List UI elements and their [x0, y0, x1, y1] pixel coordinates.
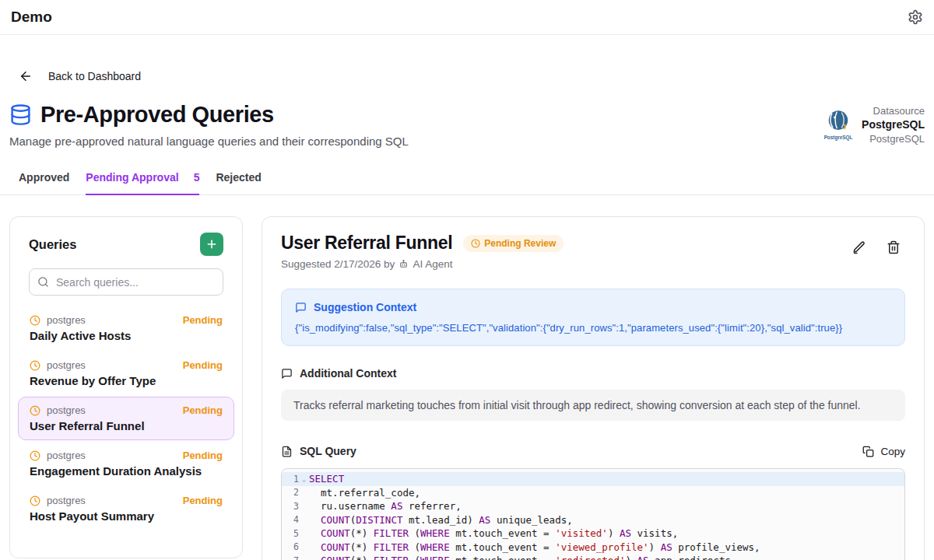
- search-icon: [37, 276, 49, 288]
- page-title: Pre-Approved Queries: [40, 102, 274, 128]
- suggestion-context-title: Suggestion Context: [314, 301, 416, 313]
- page: Back to Dashboard Pre-Approved Queries M…: [0, 69, 934, 560]
- sql-code-line: 7 COUNT(*) FILTER (WHERE mt.touch_event …: [282, 554, 904, 560]
- tab-bar: ApprovedPending Approval5Rejected: [0, 168, 934, 195]
- database-icon: [9, 103, 32, 126]
- status-badge: Pending: [183, 450, 223, 461]
- sql-query-title: SQL Query: [300, 445, 356, 457]
- line-number: 1: [282, 474, 299, 485]
- query-list-item[interactable]: postgresPendingEngagement Duration Analy…: [18, 442, 234, 485]
- datasource-name: PostgreSQL: [862, 117, 925, 131]
- edit-pencil-icon[interactable]: [852, 240, 866, 254]
- query-item-title: Host Payout Summary: [30, 509, 223, 523]
- query-source: postgres: [47, 495, 177, 506]
- postgresql-logo: PostgreSQL: [823, 108, 854, 142]
- suggested-by-line: Suggested 2/17/2026 by AI Agent: [281, 258, 852, 270]
- query-source: postgres: [47, 404, 177, 416]
- sql-code-line: 3 ru.username AS referrer,: [282, 499, 904, 513]
- suggestion-context-box: Suggestion Context {"is_modifying":false…: [281, 289, 905, 346]
- sql-code-line: 2 mt.referral_code,: [282, 486, 904, 500]
- svg-text:PostgreSQL: PostgreSQL: [824, 135, 853, 141]
- query-title: User Referral Funnel: [281, 233, 452, 254]
- copy-button[interactable]: Copy: [862, 446, 905, 457]
- query-source: postgres: [47, 359, 177, 371]
- query-source: postgres: [47, 314, 177, 326]
- add-query-button[interactable]: [200, 233, 223, 256]
- additional-context-text: Tracks referral marketing touches from i…: [281, 390, 905, 421]
- tab-count-badge: 5: [194, 171, 200, 184]
- line-number: 6: [282, 541, 299, 552]
- clock-icon: [30, 315, 40, 326]
- pending-review-badge: Pending Review: [463, 235, 564, 252]
- page-subtitle: Manage pre-approved natural language que…: [9, 135, 823, 148]
- copy-icon: [862, 446, 874, 457]
- query-item-title: User Referral Funnel: [30, 419, 223, 432]
- status-badge: Pending: [183, 314, 223, 326]
- settings-gear-icon[interactable]: [908, 9, 923, 25]
- back-link-label: Back to Dashboard: [48, 70, 141, 82]
- status-badge: Pending: [183, 404, 223, 416]
- robot-icon: [399, 259, 409, 269]
- clock-icon: [30, 405, 40, 416]
- query-list-item[interactable]: postgresPendingHost Payout Summary: [18, 487, 234, 530]
- query-list-item[interactable]: postgresPendingUser Referral Funnel: [18, 397, 234, 440]
- query-list-item[interactable]: postgresPendingDaily Active Hosts: [18, 306, 234, 350]
- line-number: 5: [282, 528, 299, 539]
- status-badge: Pending: [183, 359, 223, 371]
- message-bubble-icon: [295, 302, 307, 313]
- tab-rejected[interactable]: Rejected: [216, 168, 261, 195]
- queries-panel-title: Queries: [29, 237, 76, 252]
- datasource-info: PostgreSQL Datasource PostgreSQL Postgre…: [823, 104, 925, 145]
- message-bubble-icon: [281, 368, 293, 380]
- clock-icon: [30, 450, 40, 461]
- line-number: 4: [282, 514, 299, 525]
- sql-code-line: 1⌄SELECT: [282, 472, 904, 486]
- back-link[interactable]: Back to Dashboard: [9, 69, 141, 83]
- suggestion-context-json: {"is_modifying":false,"sql_type":"SELECT…: [295, 322, 891, 334]
- back-arrow-icon: [19, 69, 33, 83]
- query-source: postgres: [47, 450, 177, 461]
- app-root: Demo Back to Dashboard Pre-Approved Quer…: [0, 0, 934, 560]
- additional-context-title: Additional Context: [300, 367, 396, 380]
- tab-approved[interactable]: Approved: [19, 168, 69, 195]
- delete-trash-icon[interactable]: [887, 240, 901, 254]
- datasource-type: PostgreSQL: [862, 132, 925, 145]
- tab-pending-approval[interactable]: Pending Approval5: [86, 168, 199, 195]
- sql-code-line: 6 COUNT(*) FILTER (WHERE mt.touch_event …: [282, 541, 904, 555]
- query-item-title: Engagement Duration Analysis: [30, 464, 223, 478]
- clock-icon: [471, 239, 480, 248]
- search-queries-input[interactable]: [29, 268, 223, 296]
- line-number: 7: [282, 555, 299, 560]
- app-title: Demo: [11, 9, 52, 26]
- file-text-icon: [281, 446, 293, 457]
- sql-code-line: 5 COUNT(*) FILTER (WHERE mt.touch_event …: [282, 527, 904, 541]
- line-number: 3: [282, 501, 299, 512]
- queries-panel: Queries postgresPendingDaily Active Host…: [9, 216, 243, 558]
- page-header: Pre-Approved Queries Manage pre-approved…: [9, 102, 925, 148]
- query-detail-panel: User Referral Funnel Pending Review Sugg…: [262, 216, 925, 560]
- query-list: postgresPendingDaily Active Hostspostgre…: [18, 306, 234, 530]
- content-area: Queries postgresPendingDaily Active Host…: [9, 216, 925, 560]
- clock-icon: [30, 360, 40, 371]
- query-item-title: Revenue by Offer Type: [30, 374, 223, 387]
- top-bar: Demo: [0, 0, 934, 35]
- agent-name: AI Agent: [413, 258, 452, 270]
- query-item-title: Daily Active Hosts: [30, 329, 223, 342]
- status-badge: Pending: [183, 495, 223, 506]
- clock-icon: [30, 495, 40, 506]
- query-list-item[interactable]: postgresPendingRevenue by Offer Type: [18, 352, 234, 395]
- datasource-label: Datasource: [862, 104, 925, 117]
- sql-code-editor[interactable]: 1⌄SELECT2 mt.referral_code,3 ru.username…: [281, 468, 905, 560]
- line-number: 2: [282, 487, 299, 498]
- sql-code-line: 4 COUNT(DISTINCT mt.lead_id) AS unique_l…: [282, 513, 904, 527]
- fold-chevron-icon[interactable]: ⌄: [299, 474, 309, 483]
